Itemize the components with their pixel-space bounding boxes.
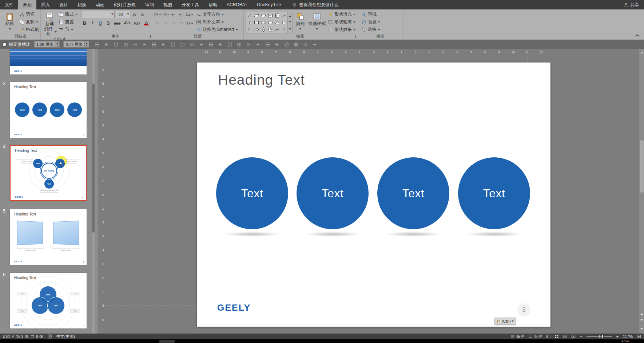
shape-arrow-right-icon[interactable] [253,26,260,33]
quick-tool-undo-icon[interactable] [95,42,100,47]
thumbnail-slide-6[interactable]: Heading Text Text Text Text Text Text Te… [10,273,87,328]
shape-curved-connector-icon[interactable] [246,26,253,33]
scroll-up-button[interactable] [639,49,644,55]
font-size-combo[interactable]: 18 [116,11,130,18]
cut-button[interactable]: 剪切 [19,11,39,18]
select-button[interactable]: 选择 [361,26,380,33]
quick-tool-distribute-horizontal-icon[interactable] [171,42,175,47]
change-case-button[interactable]: Aa [133,20,142,27]
menu-tab-9[interactable]: 视图 [159,0,177,9]
font-dialog-launcher[interactable] [148,35,151,38]
zoom-slider-knob[interactable] [602,335,604,338]
quick-tool-snap-icon[interactable] [284,42,289,47]
italic-button[interactable]: I [89,20,96,27]
language-status[interactable]: 中文(中国) [56,334,75,339]
quick-tool-align-right-icon[interactable] [133,42,138,47]
quick-tool-align-center-icon[interactable] [123,42,128,47]
quick-tool-gridlines-icon[interactable] [265,42,270,47]
menu-tab-4[interactable]: 设计 [55,0,73,9]
accessibility-icon[interactable] [48,334,52,339]
copy-button[interactable]: 复制 [19,19,39,25]
shape-arc-icon[interactable] [281,26,287,33]
quick-tool-align-bottom-icon[interactable] [161,42,166,47]
quick-tool-send-to-back-icon[interactable] [237,42,242,47]
underline-button[interactable]: U [97,20,104,27]
shapes-gallery-more[interactable] [288,26,292,33]
shape-parallelogram-icon[interactable] [253,12,260,19]
shape-vertical-text-box-icon[interactable] [274,12,281,19]
quick-styles-button[interactable]: 快速样式 [308,11,326,33]
quick-tool-align-middle-icon[interactable] [152,42,156,47]
paragraph-dialog-launcher[interactable] [239,35,242,38]
quick-tool-object-size-icon[interactable] [294,42,298,47]
align-right-button[interactable] [170,20,177,27]
shape-ellipse-icon[interactable] [260,19,267,26]
arrange-button[interactable]: 排列 [294,11,306,33]
quick-tool-object-position-icon[interactable] [303,42,308,47]
shape-line-icon[interactable] [281,12,287,19]
zoom-out-button[interactable]: − [580,334,583,339]
normal-view-button[interactable] [546,334,550,339]
shape-oval-icon[interactable] [260,12,267,19]
numbering-button[interactable]: 12 [162,11,169,18]
quick-tool-flip-vertical-icon[interactable] [218,42,223,47]
shape-rectangle-icon[interactable] [253,19,260,26]
bullets-button[interactable] [154,11,161,18]
slide-sorter-view-button[interactable] [554,334,559,339]
decrease-indent-button[interactable] [170,11,177,18]
layout-button[interactable]: 版式 [59,11,77,18]
shape-line-diag-icon[interactable] [246,12,253,19]
shadow-button[interactable]: S [105,20,112,27]
thumbnail-scrollbar[interactable] [92,49,95,334]
justify-button[interactable] [178,20,185,27]
clipboard-dialog-launcher[interactable] [36,35,39,38]
tell-me-search[interactable]: 告诉我你想要做什么 [292,2,338,8]
quick-tool-distribute-vertical-icon[interactable] [180,42,185,47]
quick-tool-rotate-right-icon[interactable] [199,42,204,47]
shape-arrow-down-icon[interactable] [260,26,267,33]
menu-tab-12[interactable]: ACROBAT [222,0,252,9]
replace-button[interactable]: 替换 [361,19,380,25]
shape-height-spinner[interactable]: 0.77 厘米 [63,41,89,48]
taskbar-item[interactable] [159,340,175,343]
find-button[interactable]: 查找 [361,11,380,18]
collapse-ribbon-button[interactable] [636,34,641,37]
quick-tool-ungroup-objects-icon[interactable] [256,42,261,47]
shapes-scroll-up[interactable] [288,12,292,19]
align-center-button[interactable] [162,20,169,27]
font-name-combo[interactable] [81,11,115,18]
menu-tab-6[interactable]: 动画 [91,0,109,9]
slide-canvas[interactable]: Heading Text Text Text Text Text GEELY 3… [197,62,550,327]
thumbnail-slide-3[interactable]: Heading Text Text Text Text Text GEELY 3 [10,82,87,138]
zoom-slider[interactable] [587,335,612,338]
text-direction-button[interactable]: A文字方向 [196,11,238,18]
grow-font-button[interactable]: Aˆ [131,11,138,18]
shape-freeform-icon[interactable] [274,26,281,33]
thumbnail-slide-5[interactable]: Heading Text Asimus fit ad utecate et ma… [10,209,87,265]
thumbnail-slide-2[interactable]: GEELY 2 [10,49,87,74]
comments-button[interactable]: 批注 [528,334,542,339]
scrollbar-thumb[interactable] [640,140,644,193]
menu-tab-5[interactable]: 切换 [73,0,91,9]
drawing-dialog-launcher[interactable] [353,35,356,38]
quick-tool-rotate-left-icon[interactable] [190,42,194,47]
scroll-down-button[interactable] [639,327,644,332]
slide-title-text[interactable]: Heading Text [218,72,305,88]
thumbnail-scrollbar-thumb[interactable] [92,84,95,233]
slideshow-button[interactable] [571,334,576,339]
quick-tool-group-objects-icon[interactable] [246,42,251,47]
paste-button[interactable]: 粘贴 [2,11,17,33]
menu-tab-1[interactable]: 文件 [0,0,18,9]
main-vertical-scrollbar[interactable] [639,49,644,334]
slide-circle-shape[interactable]: Text [377,157,449,229]
menu-tab-3[interactable]: 插入 [36,0,55,9]
lock-aspect-checkbox[interactable] [3,43,7,47]
line-spacing-button[interactable] [186,11,193,18]
thumbnail-slide-4-selected[interactable]: Heading Text Text Text Text Sub-heading … [10,145,87,201]
section-button[interactable]: 节 [59,26,77,33]
next-slide-button[interactable] [639,318,644,324]
quick-tool-bring-to-front-icon[interactable] [227,42,232,47]
format-painter-button[interactable]: 格式刷 [19,26,39,33]
shape-right-angle-icon[interactable] [281,19,287,26]
slide-circle-shape[interactable]: Text [216,157,288,229]
